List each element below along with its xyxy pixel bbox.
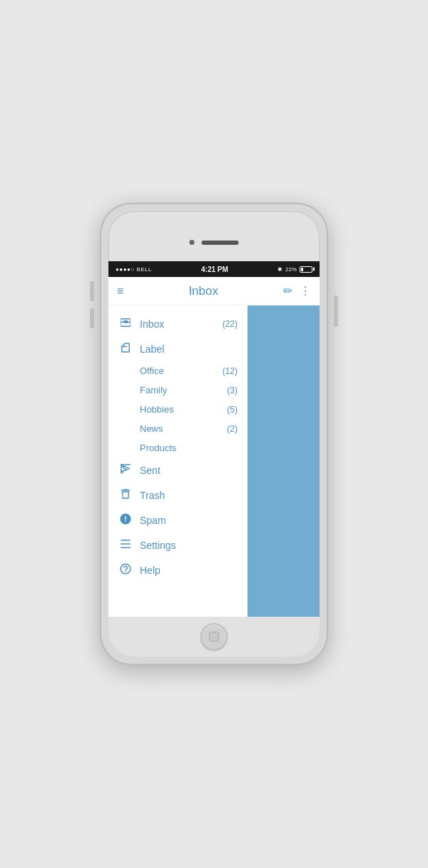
inbox-badge: (22) [223,319,238,329]
hobbies-label: Hobbies [140,404,220,415]
volume-down-btn[interactable] [90,308,94,328]
battery-pct-label: 22% [285,266,297,273]
sent-label: Sent [140,465,238,476]
sidebar-item-label[interactable]: Label [108,336,248,361]
family-badge: (3) [227,385,238,395]
top-hardware [190,240,239,245]
help-label: Help [140,565,238,576]
status-right: ✱ 22% [277,266,312,273]
app-header: ≡ Inbox ✏ ⋮ [108,277,320,306]
sidebar-item-office[interactable]: Office (12) [108,361,248,380]
home-button[interactable] [200,623,228,650]
trash-label: Trash [140,490,238,501]
home-button-area [108,617,320,657]
sidebar-item-trash[interactable]: Trash [108,483,248,508]
sidebar-item-family[interactable]: Family (3) [108,380,248,400]
speaker-slot [202,241,239,245]
label-label: Label [140,343,238,355]
sent-icon [118,463,133,478]
more-options-button[interactable]: ⋮ [300,284,311,298]
label-icon [118,341,133,356]
family-label: Family [140,385,220,395]
phone-frame: ●●●●○ BELL 4:21 PM ✱ 22% ≡ Inbox ✏ ⋮ [100,203,328,665]
sidebar-item-spam[interactable]: Spam [108,508,248,533]
inbox-icon [118,316,133,331]
header-actions: ✏ ⋮ [283,284,311,298]
products-label: Products [140,443,230,453]
phone-inner: ●●●●○ BELL 4:21 PM ✱ 22% ≡ Inbox ✏ ⋮ [108,211,320,657]
status-bar: ●●●●○ BELL 4:21 PM ✱ 22% [108,261,320,277]
settings-icon [118,538,133,552]
sidebar-item-settings[interactable]: Settings [108,533,248,557]
sidebar: Inbox (22) Label Office [108,306,248,617]
screen: ●●●●○ BELL 4:21 PM ✱ 22% ≡ Inbox ✏ ⋮ [108,261,320,617]
sidebar-item-inbox[interactable]: Inbox (22) [108,311,248,336]
hamburger-menu-button[interactable]: ≡ [117,285,123,298]
camera-dot [190,240,195,245]
sidebar-item-products[interactable]: Products [108,438,248,458]
sidebar-item-help[interactable]: Help [108,557,248,582]
sidebar-item-hobbies[interactable]: Hobbies (5) [108,400,248,419]
spam-label: Spam [140,515,238,526]
volume-up-btn[interactable] [90,281,94,301]
settings-label: Settings [140,540,238,551]
help-icon [118,562,133,577]
sidebar-item-sent[interactable]: Sent [108,458,248,483]
battery-icon [300,266,312,273]
bluetooth-icon: ✱ [277,266,282,273]
hobbies-badge: (5) [227,405,238,415]
office-label: Office [140,365,215,376]
inbox-label: Inbox [140,318,215,330]
main-content: Inbox (22) Label Office [108,306,320,617]
battery-fill [301,268,303,271]
home-button-inner [209,632,219,642]
office-badge: (12) [223,366,238,376]
spam-icon [118,513,133,528]
sidebar-item-news[interactable]: News (2) [108,419,248,438]
header-title: Inbox [188,284,218,298]
compose-button[interactable]: ✏ [283,284,292,298]
time-label: 4:21 PM [201,266,228,273]
news-label: News [140,423,220,434]
trash-icon [118,488,133,503]
carrier-label: ●●●●○ BELL [116,266,152,273]
power-btn[interactable] [334,296,338,327]
news-badge: (2) [227,424,238,434]
